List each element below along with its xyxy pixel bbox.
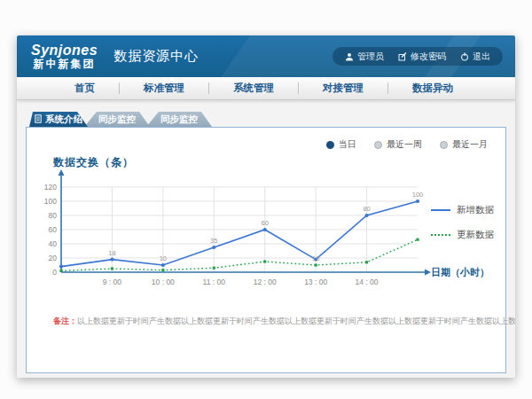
legend-item-updated-data[interactable]: 更新数据	[431, 229, 494, 241]
tab-sync-monitor-2[interactable]: 同步监控	[146, 112, 212, 127]
svg-text:13 : 00: 13 : 00	[304, 278, 327, 286]
logout-button[interactable]: 退出	[460, 51, 490, 63]
app-header: Synjones 新中新集团 数据资源中心 管理员 修改密码	[17, 35, 515, 77]
line-chart: 0204060801001209 : 0010 : 0011 : 0012 : …	[36, 167, 434, 293]
svg-text:35: 35	[210, 237, 217, 245]
admin-user-button[interactable]: 管理员	[345, 51, 384, 63]
tab-system-intro[interactable]: 系统介绍	[29, 112, 88, 127]
edit-icon	[398, 52, 407, 61]
main-nav: 首页 标准管理 系统管理 对接管理 数据异动	[17, 77, 515, 100]
legend-item-new-data[interactable]: 新增数据	[431, 204, 494, 216]
power-icon	[460, 52, 469, 61]
logo-company-text: 新中新集团	[31, 59, 98, 70]
nav-item-system-mgmt[interactable]: 系统管理	[209, 82, 298, 95]
x-axis-title: 日期（小时）	[431, 266, 489, 279]
dotted-line-swatch	[431, 234, 450, 236]
footnote-text: 以上数据更新于时间产生数据以上数据更新于时间产生数据以上数据更新于时间产生数据以…	[77, 317, 515, 325]
tab-bar: 系统介绍 同步监控 同步监控	[29, 112, 515, 127]
document-icon	[35, 114, 42, 125]
tab-label: 系统介绍	[45, 113, 82, 126]
nav-item-data-change[interactable]: 数据异动	[388, 82, 477, 95]
svg-text:80: 80	[363, 205, 370, 213]
svg-text:11 : 00: 11 : 00	[203, 278, 226, 286]
admin-user-label: 管理员	[357, 51, 384, 63]
svg-text:60: 60	[262, 219, 269, 227]
screenshot-stage: Synjones 新中新集团 数据资源中心 管理员 修改密码	[0, 0, 532, 399]
svg-text:100: 100	[44, 197, 57, 206]
svg-text:10: 10	[312, 254, 319, 262]
svg-text:100: 100	[412, 191, 424, 199]
logo-brand-text: Synjones	[31, 43, 98, 59]
radio-selected-icon	[326, 141, 334, 149]
tab-sync-monitor-1[interactable]: 同步监控	[84, 112, 150, 127]
time-range-filter: 当日 最近一周 最近一月	[326, 138, 488, 151]
legend-label: 更新数据	[457, 229, 494, 241]
svg-text:0: 0	[52, 268, 57, 277]
radio-unselected-icon	[374, 141, 382, 149]
logout-label: 退出	[473, 51, 490, 63]
svg-text:9 : 00: 9 : 00	[103, 278, 122, 286]
svg-text:80: 80	[49, 211, 58, 220]
svg-text:60: 60	[49, 225, 58, 234]
tab-label: 同步监控	[160, 113, 198, 126]
radio-label: 当日	[339, 138, 356, 151]
svg-text:14 : 00: 14 : 00	[356, 278, 379, 286]
nav-item-connect-mgmt[interactable]: 对接管理	[299, 82, 387, 95]
user-menu: 管理员 修改密码 退出	[332, 47, 503, 66]
radio-last-week[interactable]: 最近一周	[374, 138, 422, 151]
chart-legend: 新增数据 更新数据	[431, 204, 494, 241]
page-title: 数据资源中心	[113, 48, 199, 65]
change-password-label: 修改密码	[411, 51, 446, 63]
radio-today[interactable]: 当日	[326, 138, 356, 151]
radio-last-month[interactable]: 最近一月	[440, 138, 488, 151]
company-logo: Synjones 新中新集团	[31, 43, 98, 69]
radio-label: 最近一月	[452, 138, 488, 151]
nav-item-home[interactable]: 首页	[51, 82, 119, 95]
svg-text:12 : 00: 12 : 00	[254, 278, 277, 286]
radio-unselected-icon	[440, 141, 448, 149]
radio-label: 最近一周	[387, 138, 422, 151]
chart-panel: 当日 最近一周 最近一月 数据交换（条） 0204060801001209 : …	[26, 127, 506, 373]
solid-line-swatch	[431, 209, 450, 211]
user-icon	[345, 52, 354, 61]
footnote-label: 备注：	[53, 317, 77, 325]
svg-text:20: 20	[49, 254, 58, 262]
svg-text:40: 40	[49, 239, 58, 248]
content-area: 系统介绍 同步监控 同步监控 当日 最近一周	[17, 100, 515, 378]
svg-text:10 : 00: 10 : 00	[152, 278, 175, 286]
tab-label: 同步监控	[98, 113, 136, 126]
svg-text:18: 18	[108, 249, 115, 257]
svg-text:120: 120	[44, 183, 57, 192]
change-password-button[interactable]: 修改密码	[398, 51, 446, 63]
svg-text:10: 10	[160, 254, 167, 262]
legend-label: 新增数据	[457, 204, 494, 216]
nav-item-standard-mgmt[interactable]: 标准管理	[120, 82, 208, 95]
footnote: 备注：以上数据更新于时间产生数据以上数据更新于时间产生数据以上数据更新于时间产生…	[53, 316, 515, 327]
app-window: Synjones 新中新集团 数据资源中心 管理员 修改密码	[17, 35, 515, 378]
